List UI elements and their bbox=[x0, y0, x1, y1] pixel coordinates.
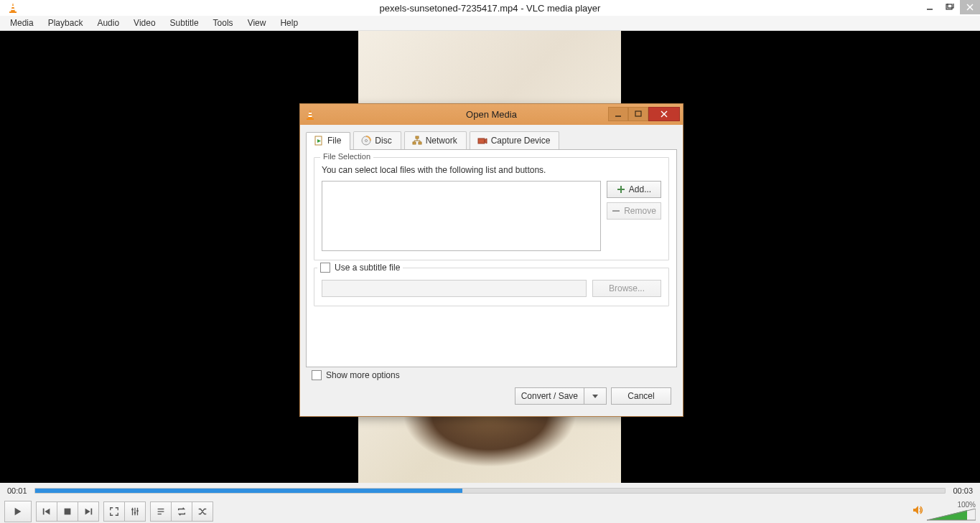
menubar: Media Playback Audio Video Subtitle Tool… bbox=[0, 16, 980, 31]
menu-help[interactable]: Help bbox=[273, 17, 305, 29]
file-selection-legend: File Selection bbox=[320, 152, 373, 161]
svg-marker-14 bbox=[85, 508, 90, 514]
dialog-actions: Convert / Save Cancel bbox=[515, 387, 671, 405]
tab-capture-label: Capture Device bbox=[491, 136, 551, 146]
menu-media[interactable]: Media bbox=[3, 17, 41, 29]
add-button[interactable]: Add... bbox=[607, 181, 661, 198]
svg-rect-30 bbox=[307, 118, 314, 120]
svg-rect-39 bbox=[416, 136, 419, 138]
previous-button[interactable] bbox=[36, 501, 57, 522]
dialog-minimize-button[interactable] bbox=[608, 107, 628, 121]
svg-rect-28 bbox=[309, 113, 312, 114]
dialog-titlebar[interactable]: Open Media bbox=[300, 104, 683, 125]
plus-icon bbox=[617, 185, 625, 194]
menu-view[interactable]: View bbox=[241, 17, 274, 29]
tabstrip: File Disc Network Capture Device bbox=[306, 131, 677, 149]
convert-save-button[interactable]: Convert / Save bbox=[515, 387, 607, 405]
minus-icon bbox=[612, 207, 620, 215]
svg-rect-13 bbox=[91, 508, 93, 514]
close-button[interactable] bbox=[960, 0, 980, 14]
file-selection-group: File Selection You can select local file… bbox=[314, 157, 669, 260]
speaker-icon[interactable] bbox=[913, 505, 924, 517]
file-list[interactable] bbox=[322, 181, 601, 251]
convert-save-dropdown[interactable] bbox=[584, 387, 607, 405]
subtitle-group: Use a subtitle file Browse... bbox=[314, 268, 669, 306]
svg-rect-20 bbox=[136, 510, 139, 512]
file-icon bbox=[314, 136, 324, 146]
tab-file-label: File bbox=[327, 136, 341, 146]
volume-control: 100% bbox=[913, 501, 976, 522]
network-icon bbox=[412, 136, 422, 146]
checkbox-box bbox=[320, 263, 330, 273]
playlist-group bbox=[150, 501, 213, 522]
titlebar: pexels-sunsetoned-7235417.mp4 - VLC medi… bbox=[0, 0, 980, 16]
cancel-button[interactable]: Cancel bbox=[611, 387, 671, 405]
shuffle-button[interactable] bbox=[192, 501, 213, 522]
remove-button[interactable]: Remove bbox=[607, 202, 661, 220]
capture-icon bbox=[477, 136, 487, 146]
play-button[interactable] bbox=[4, 501, 32, 522]
subtitle-checkbox[interactable]: Use a subtitle file bbox=[317, 263, 403, 273]
menu-playback[interactable]: Playback bbox=[41, 17, 90, 29]
seek-fill bbox=[35, 489, 463, 493]
chevron-down-icon bbox=[592, 393, 598, 399]
maximize-button[interactable] bbox=[940, 0, 960, 14]
svg-rect-1 bbox=[11, 6, 14, 7]
dialog-maximize-button[interactable] bbox=[628, 107, 648, 121]
seek-slider[interactable] bbox=[34, 488, 946, 494]
svg-rect-40 bbox=[413, 142, 416, 144]
tab-panel-file: File Selection You can select local file… bbox=[306, 149, 677, 367]
main-window: pexels-sunsetoned-7235417.mp4 - VLC medi… bbox=[0, 0, 980, 523]
menu-video[interactable]: Video bbox=[126, 17, 162, 29]
stop-button[interactable] bbox=[57, 501, 78, 522]
show-more-options-checkbox[interactable]: Show more options bbox=[312, 370, 400, 380]
tab-capture[interactable]: Capture Device bbox=[470, 131, 560, 149]
svg-rect-19 bbox=[134, 512, 136, 513]
fullscreen-button[interactable] bbox=[103, 501, 125, 522]
subtitle-path-input[interactable] bbox=[322, 280, 587, 297]
subtitle-checkbox-label: Use a subtitle file bbox=[335, 263, 400, 273]
tab-file[interactable]: File bbox=[306, 132, 350, 150]
svg-rect-10 bbox=[43, 508, 45, 514]
menu-tools[interactable]: Tools bbox=[206, 17, 241, 29]
svg-rect-2 bbox=[11, 9, 15, 10]
controls-row: 100% bbox=[0, 499, 980, 523]
skip-group bbox=[36, 501, 99, 522]
convert-save-label: Convert / Save bbox=[521, 391, 578, 401]
menu-subtitle[interactable]: Subtitle bbox=[163, 17, 206, 29]
file-selection-help: You can select local files with the foll… bbox=[322, 165, 661, 175]
tab-network[interactable]: Network bbox=[404, 131, 467, 149]
svg-rect-32 bbox=[635, 111, 641, 116]
next-button[interactable] bbox=[78, 501, 99, 522]
playlist-button[interactable] bbox=[150, 501, 172, 522]
vlc-cone-icon bbox=[304, 109, 316, 121]
browse-button[interactable]: Browse... bbox=[592, 280, 661, 297]
browse-button-label: Browse... bbox=[609, 283, 645, 293]
view-group bbox=[103, 501, 146, 522]
open-media-dialog: Open Media File Disc Network bbox=[299, 103, 683, 417]
remove-button-label: Remove bbox=[624, 206, 656, 216]
cancel-button-label: Cancel bbox=[627, 391, 654, 401]
window-controls bbox=[920, 0, 980, 14]
dialog-close-button[interactable] bbox=[648, 107, 680, 121]
loop-button[interactable] bbox=[172, 501, 192, 522]
volume-percent: 100% bbox=[957, 501, 976, 509]
dialog-window-controls bbox=[608, 107, 680, 121]
extended-settings-button[interactable] bbox=[125, 501, 146, 522]
volume-slider[interactable] bbox=[927, 509, 976, 522]
menu-audio[interactable]: Audio bbox=[90, 17, 126, 29]
svg-point-38 bbox=[365, 139, 368, 141]
tab-disc[interactable]: Disc bbox=[353, 131, 401, 149]
svg-rect-29 bbox=[309, 116, 312, 117]
seek-row: 00:01 00:03 bbox=[0, 483, 980, 499]
svg-marker-24 bbox=[913, 506, 918, 514]
time-total: 00:03 bbox=[953, 486, 973, 495]
checkbox-box bbox=[312, 370, 322, 380]
vlc-cone-icon bbox=[7, 2, 19, 14]
svg-rect-42 bbox=[478, 138, 485, 143]
svg-rect-5 bbox=[946, 4, 952, 9]
show-more-options-label: Show more options bbox=[326, 370, 400, 380]
minimize-button[interactable] bbox=[920, 0, 940, 14]
time-current: 00:01 bbox=[7, 486, 27, 495]
window-title: pexels-sunsetoned-7235417.mp4 - VLC medi… bbox=[0, 3, 980, 14]
